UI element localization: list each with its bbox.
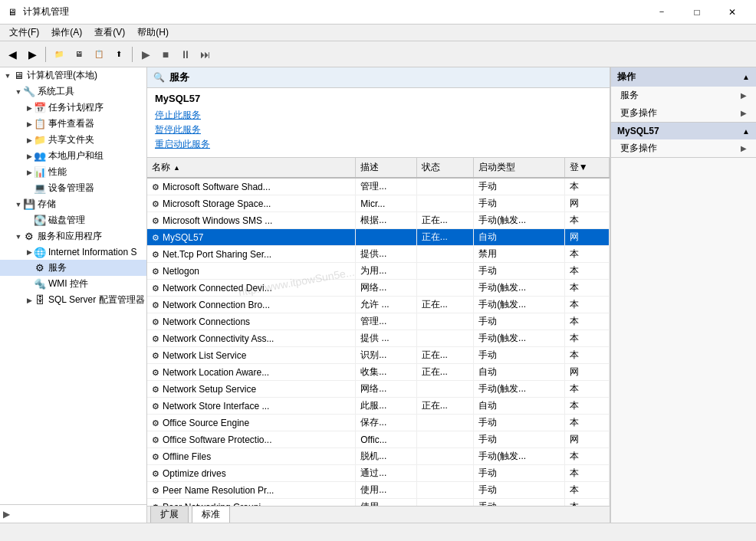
table-row[interactable]: ⚙Offline Files脱机...手动(触发...本 [147,448,610,465]
col-status[interactable]: 状态 [416,158,473,178]
service-status-cell [416,482,473,499]
service-name-cell: ⚙MySQL57 [147,229,356,246]
col-login[interactable]: 登▼ [564,158,609,178]
tree-item-shared[interactable]: ▶📁共享文件夹 [0,132,146,148]
service-desc-cell: 通过... [356,465,417,482]
tree-item-dev[interactable]: 💻设备管理器 [0,180,146,196]
tree-item-sql[interactable]: ▶🗄SQL Server 配置管理器 [0,292,146,308]
tree-label-storage: 存储 [38,198,56,211]
table-row[interactable]: ⚙Network Connections管理...手动本 [147,313,610,330]
right-section-item[interactable]: 服务▶ [611,87,756,104]
tree-item-iis[interactable]: ▶🌐Internet Information S [0,244,146,260]
toolbar-btn-5[interactable]: ▶ [136,45,155,64]
expand-button[interactable]: ▶ [3,509,10,520]
table-row[interactable]: ⚙Peer Networking Groupi...使用...手动本 [147,499,610,507]
close-button[interactable]: ✕ [715,0,750,25]
tree-label-shared: 共享文件夹 [48,133,94,146]
panel-title: 服务 [169,70,189,84]
right-section-item[interactable]: 更多操作▶ [611,139,756,157]
toolbar-btn-1[interactable]: 📁 [50,45,68,64]
service-status-cell: 正在... [416,297,473,313]
right-section-sort-arrow[interactable]: ▲ [742,73,750,81]
table-row[interactable]: ⚙Network Connectivity Ass...提供 ...手动(触发.… [147,330,610,347]
service-login-cell: 网 [564,364,609,381]
toolbar-btn-6[interactable]: ■ [156,45,175,64]
service-status-cell [416,195,473,212]
service-name-cell: ⚙Network Location Aware... [147,364,356,381]
service-status-cell: 正在... [416,347,473,364]
table-row[interactable]: ⚙Network Location Aware...收集...正在...自动网 [147,364,610,381]
title-bar-text: 计算机管理 [23,5,644,18]
service-desc-cell: 使用... [356,499,417,507]
service-name-cell: ⚙Network Connections [147,313,356,330]
tree-item-perf[interactable]: ▶📊性能 [0,164,146,180]
tree: ▼🖥计算机管理(本地)▼🔧系统工具▶📅任务计划程序▶📋事件查看器▶📁共享文件夹▶… [0,67,146,504]
left-bottom: ▶ [0,504,146,523]
minimize-button[interactable]: － [644,0,679,25]
right-item-label: 更多操作 [620,142,657,155]
tree-item-local[interactable]: ▶👥本地用户和组 [0,148,146,164]
tab-standard[interactable]: 标准 [192,506,230,523]
right-section-sort-arrow[interactable]: ▲ [742,127,750,136]
tab-expand[interactable]: 扩展 [150,506,189,523]
service-login-cell: 本 [564,482,609,499]
toolbar-btn-3[interactable]: 📋 [90,45,108,64]
table-row[interactable]: ⚙Network List Service识别...正在...手动本 [147,347,610,364]
col-name[interactable]: 名称▲ [147,158,356,178]
tree-item-wmi[interactable]: 🔩WMI 控件 [0,276,146,292]
title-bar: 🖥 计算机管理 － □ ✕ [0,0,756,25]
right-section-item[interactable]: 更多操作▶ [611,104,756,122]
service-info: MySQL57 停止此服务 暂停此服务 重启动此服务 [147,88,610,158]
services-table-container[interactable]: 名称▲ 描述 状态 启动类型 登▼ ⚙Microsoft Software Sh… [147,158,610,506]
tree-item-services-apps[interactable]: ▼⚙服务和应用程序 [0,228,146,244]
toolbar-back-button[interactable]: ◀ [3,45,21,64]
tree-icon-system: 🔧 [23,86,35,98]
tree-item-system[interactable]: ▼🔧系统工具 [0,84,146,100]
table-row[interactable]: ⚙Net.Tcp Port Sharing Ser...提供...禁用本 [147,246,610,263]
table-row[interactable]: ⚙Network Store Interface ...此服...正在...自动… [147,398,610,415]
service-desc-cell: 此服... [356,398,417,415]
stop-service-link[interactable]: 停止此服务 [155,109,602,122]
pause-service-link[interactable]: 暂停此服务 [155,123,602,136]
table-row[interactable]: ⚙Microsoft Software Shad...管理...手动本 [147,178,610,195]
toolbar-btn-2[interactable]: 🖥 [70,45,88,64]
tree-expand-storage: ▼ [14,200,23,209]
toolbar-forward-button[interactable]: ▶ [23,45,41,64]
maximize-button[interactable]: □ [679,0,715,25]
tree-icon-event: 📋 [34,118,46,130]
service-startup-cell: 手动(触发... [474,280,565,297]
service-login-cell: 本 [564,347,609,364]
restart-service-link[interactable]: 重启动此服务 [155,138,602,151]
table-row[interactable]: ⚙Network Connection Bro...允许 ...正在...手动(… [147,297,610,313]
service-startup-cell: 禁用 [474,246,565,263]
table-row[interactable]: ⚙Microsoft Storage Space...Micr...手动网 [147,195,610,212]
tree-item-services[interactable]: ⚙服务 [0,260,146,276]
tab-bar: 扩展 标准 [147,506,610,523]
tree-item-disk[interactable]: 💽磁盘管理 [0,212,146,228]
table-row[interactable]: ⚙MySQL57正在...自动网 [147,229,610,246]
table-row[interactable]: ⚙Netlogon为用...手动本 [147,263,610,280]
tree-item-event[interactable]: ▶📋事件查看器 [0,116,146,132]
menu-item-v[interactable]: 查看(V) [88,25,131,41]
tree-item-storage[interactable]: ▼💾存储 [0,196,146,212]
tree-item-root[interactable]: ▼🖥计算机管理(本地) [0,67,146,84]
toolbar-btn-8[interactable]: ⏭ [196,45,215,64]
table-row[interactable]: ⚙Network Setup Service网络...手动(触发...本 [147,381,610,398]
table-row[interactable]: ⚙Network Connected Devi...网络...手动(触发...本 [147,280,610,297]
tree-item-task[interactable]: ▶📅任务计划程序 [0,100,146,116]
table-row[interactable]: ⚙Optimize drives通过...手动本 [147,465,610,482]
table-row[interactable]: ⚙Office Source Engine保存...手动本 [147,415,610,431]
menu-bar: 文件(F)操作(A)查看(V)帮助(H) [0,25,756,41]
menu-item-f[interactable]: 文件(F) [3,25,45,41]
table-row[interactable]: ⚙Office Software Protectio...Offic...手动网 [147,431,610,448]
menu-item-a[interactable]: 操作(A) [45,25,88,41]
menu-item-h[interactable]: 帮助(H) [131,25,175,41]
table-row[interactable]: ⚙Peer Name Resolution Pr...使用...手动本 [147,482,610,499]
toolbar-btn-7[interactable]: ⏸ [176,45,195,64]
service-name-cell: ⚙Office Software Protectio... [147,431,356,448]
col-desc[interactable]: 描述 [356,158,417,178]
toolbar-btn-4[interactable]: ⬆ [110,45,128,64]
service-desc-cell: 管理... [356,178,417,195]
col-startup[interactable]: 启动类型 [474,158,565,178]
table-row[interactable]: ⚙Microsoft Windows SMS ...根据...正在...手动(触… [147,212,610,229]
